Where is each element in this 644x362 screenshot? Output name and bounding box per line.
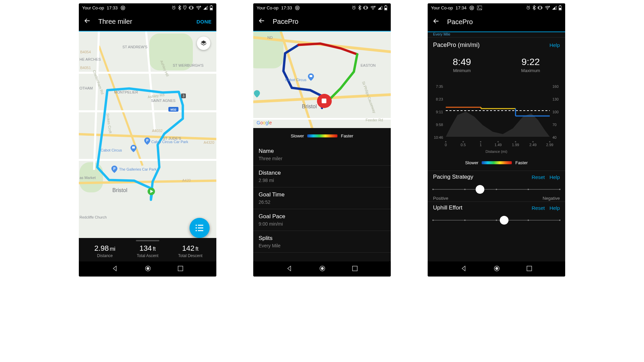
svg-text:2.49: 2.49: [529, 143, 536, 147]
svg-text:9:11: 9:11: [436, 110, 443, 114]
alarm-icon: [171, 5, 176, 10]
fab-button[interactable]: [190, 218, 210, 238]
list-item-goal-pace[interactable]: Goal Pace9:00 min/mi: [253, 209, 391, 231]
back-icon[interactable]: [258, 17, 265, 26]
wifi-plus-icon: [196, 5, 202, 10]
svg-point-49: [547, 9, 548, 10]
nav-bar: [79, 261, 216, 277]
nav-home-icon[interactable]: [493, 265, 500, 273]
svg-point-23: [196, 230, 197, 231]
svg-rect-22: [198, 228, 203, 229]
svg-point-26: [147, 267, 149, 269]
scrolled-hint: Every Mile: [428, 32, 565, 36]
wifi-plus-icon: [544, 5, 550, 10]
nav-recent-icon[interactable]: [178, 266, 183, 273]
signal-icon: [552, 6, 557, 10]
pace-legend: Slower Faster: [428, 155, 565, 171]
stat-descent: 142ftTotal Descent: [169, 244, 212, 258]
svg-rect-35: [385, 5, 386, 6]
map-view[interactable]: ND EASTON Bristol Feeder Rd St Philips C…: [253, 32, 391, 128]
svg-text:1: 1: [480, 143, 482, 147]
svg-rect-16: [132, 146, 135, 148]
pacing-slider[interactable]: [433, 184, 560, 194]
reset-link[interactable]: Reset: [532, 205, 545, 211]
carrier-label: Your Co-op: [82, 5, 104, 10]
status-time: 17:33: [281, 5, 292, 10]
back-icon[interactable]: [432, 17, 440, 26]
signal-icon: [378, 6, 382, 10]
nav-back-icon[interactable]: [112, 265, 118, 273]
svg-text:40: 40: [552, 135, 556, 139]
svg-rect-36: [385, 8, 387, 10]
status-bar: Your Co-op 17:34: [428, 3, 565, 12]
list-item-name[interactable]: NameThree miler: [253, 144, 391, 166]
svg-point-72: [497, 141, 499, 142]
alarm-icon: [526, 5, 531, 10]
status-time: 17:34: [455, 5, 467, 10]
slider-thumb[interactable]: [476, 185, 484, 194]
nav-bar: [428, 261, 565, 277]
help-link[interactable]: Help: [549, 174, 560, 180]
svg-text:7:35: 7:35: [436, 84, 443, 88]
spectrum-bar: [307, 134, 337, 137]
svg-rect-27: [178, 266, 183, 270]
x-axis-label: Distance (mi): [432, 149, 560, 154]
svg-rect-8: [211, 5, 212, 6]
svg-point-70: [463, 141, 464, 142]
svg-rect-41: [353, 266, 357, 270]
list-item-splits[interactable]: SplitsEvery Mile: [253, 231, 391, 253]
help-link[interactable]: Help: [549, 42, 560, 48]
slider-thumb[interactable]: [500, 216, 508, 225]
phones-row: Your Co-op 17:33 Three miler DONE: [79, 3, 565, 362]
svg-text:P: P: [113, 167, 116, 171]
svg-text:100: 100: [552, 110, 558, 114]
svg-text:0.5: 0.5: [461, 143, 466, 147]
layers-icon: [200, 40, 207, 47]
bluetooth-icon: [358, 5, 361, 10]
stats-panel[interactable]: 2.98miDistance 134ftTotal Ascent 142ftTo…: [79, 238, 216, 261]
svg-point-21: [196, 227, 197, 229]
help-link[interactable]: Help: [549, 205, 560, 211]
nav-home-icon[interactable]: [145, 265, 151, 273]
svg-rect-85: [527, 266, 532, 270]
bluetooth-icon: [532, 5, 536, 10]
drag-handle[interactable]: [136, 240, 159, 241]
svg-point-44: [471, 7, 472, 8]
spectrum-bar: [482, 161, 512, 164]
back-icon[interactable]: [84, 17, 91, 26]
svg-point-4: [184, 6, 185, 7]
done-button[interactable]: DONE: [197, 19, 212, 24]
section-head: PacePro (min/mi) Help: [428, 38, 565, 53]
max-value: 9:22: [521, 57, 540, 67]
uphill-slider[interactable]: [433, 215, 560, 225]
nav-back-icon[interactable]: [461, 265, 467, 273]
svg-point-69: [445, 141, 446, 142]
location-icon: [183, 5, 187, 10]
target-icon: [469, 5, 474, 10]
vibrate-icon: [537, 6, 543, 10]
target-icon: [120, 5, 125, 10]
list-item-goal-time[interactable]: Goal Time26:52: [253, 187, 391, 209]
svg-text:160: 160: [552, 84, 558, 88]
nav-recent-icon[interactable]: [352, 266, 358, 273]
svg-text:3: 3: [182, 94, 184, 98]
carrier-label: Your Co-op: [257, 5, 278, 10]
svg-point-46: [478, 6, 479, 7]
nav-bar: [253, 261, 391, 277]
vibrate-icon: [189, 6, 194, 10]
svg-rect-52: [559, 8, 561, 10]
svg-point-84: [495, 267, 498, 269]
svg-text:2.99: 2.99: [546, 143, 553, 147]
status-bar: Your Co-op 17:33: [253, 3, 391, 12]
nav-back-icon[interactable]: [286, 265, 292, 273]
svg-text:M32: M32: [170, 108, 176, 111]
reset-link[interactable]: Reset: [532, 174, 545, 180]
nav-home-icon[interactable]: [319, 265, 326, 273]
svg-text:1.49: 1.49: [494, 143, 501, 147]
svg-text:10:46: 10:46: [434, 135, 443, 139]
svg-rect-9: [210, 8, 212, 10]
layers-button[interactable]: [197, 37, 210, 50]
nav-recent-icon[interactable]: [527, 266, 532, 273]
map-view[interactable]: 3 M32 ST ANDREW'S ST WERBURGH'S HE ARCHE…: [79, 32, 216, 261]
list-item-distance[interactable]: Distance2.98 mi: [253, 166, 391, 187]
